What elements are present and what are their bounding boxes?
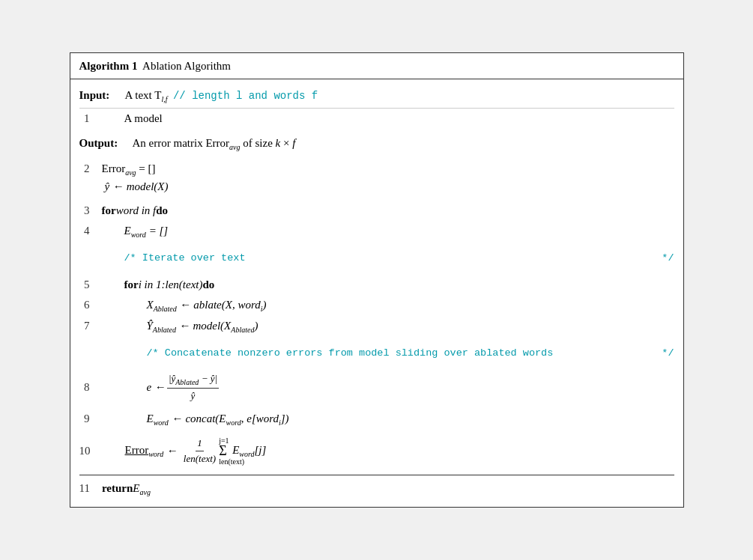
step-10-fraction: 1 len(text) [182, 436, 217, 466]
comment-2-row: /* Concatenate nonzero errors from model… [79, 341, 674, 365]
step-7-content: ŶAblated ← model(XAblated) [102, 317, 674, 335]
output-content: An error matrix Erroravg of size k × f [133, 135, 296, 153]
step-5-content: for i in 1:len(text) do [102, 276, 674, 293]
comment-1-row: /* Iterate over text */ [79, 246, 674, 270]
step-9-content: Eword ← concat(Eword, e[wordi]) [102, 410, 674, 428]
step-8-content: e ← |ŷAblated − ŷ| ŷ [102, 371, 674, 403]
step-10-content: Errorword ← 1 len(text) Σ j=1 len(text) … [103, 436, 674, 466]
comment-1-end: */ [662, 251, 674, 266]
step-4-number: 4 [79, 222, 102, 240]
comment-2-spacer [79, 344, 102, 361]
step-5-row: 5 for i in 1:len(text) do [79, 275, 674, 295]
comment-1-text: /* Iterate over text [124, 251, 246, 266]
step-9-number: 9 [79, 410, 102, 427]
step-6-row: 6 XAblated ← ablate(X, wordi) [79, 295, 674, 316]
step-7-number: 7 [79, 317, 102, 335]
algorithm-title: Algorithm 1 Ablation Algorithm [79, 60, 232, 72]
algorithm-header: Algorithm 1 Ablation Algorithm [70, 53, 683, 80]
input-comment: // length l and words f [173, 90, 318, 102]
step-8-number: 8 [79, 379, 102, 396]
step-10-denom: len(text) [182, 451, 217, 466]
step-10-numer: 1 [196, 436, 204, 451]
step-11-number: 11 [79, 480, 102, 497]
step-2-content: Erroravg = [] ŷ ← model(X) [102, 160, 674, 195]
comment-2-end: */ [662, 346, 674, 361]
output-label: Output: [79, 135, 128, 152]
input-content: A text Tl,f // length l and words f [125, 87, 318, 105]
step-8-numer: |ŷAblated − ŷ| [167, 371, 219, 389]
step-4-content: Eword = [] [102, 222, 674, 240]
step-1-content: A model [102, 110, 674, 127]
step-8-denom: ŷ [190, 389, 197, 404]
step-5-number: 5 [79, 276, 102, 293]
comment-2-text: /* Concatenate nonzero errors from model… [147, 346, 554, 361]
comment-2-content: /* Concatenate nonzero errors from model… [102, 343, 674, 364]
comment-1-content: /* Iterate over text */ [102, 248, 674, 269]
step-11-row: 11 return Eavg [79, 475, 674, 499]
step-6-number: 6 [79, 296, 102, 314]
step-2-number: 2 [79, 160, 102, 177]
step-4-row: 4 Eword = [] [79, 221, 674, 242]
input-label: Input: [79, 87, 121, 104]
step-1-number: 1 [79, 110, 102, 127]
algorithm-container: Algorithm 1 Ablation Algorithm Input: A … [70, 52, 684, 508]
step-6-content: XAblated ← ablate(X, wordi) [102, 296, 674, 314]
step-9-row: 9 Eword ← concat(Eword, e[wordi]) [79, 409, 674, 430]
step-3-row: 3 for word in f do [79, 201, 674, 221]
step-8-row: 8 e ← |ŷAblated − ŷ| ŷ [79, 370, 674, 404]
step-2-row: 2 Erroravg = [] ŷ ← model(X) [79, 159, 674, 197]
step-10-number: 10 [79, 442, 103, 460]
step-3-number: 3 [79, 202, 102, 219]
step-1-row: 1 A model [79, 109, 674, 129]
algorithm-title-rest: Ablation Algorithm [142, 60, 231, 72]
algorithm-body: Input: A text Tl,f // length l and words… [70, 79, 683, 507]
algorithm-title-bold: Algorithm 1 [79, 60, 138, 72]
step-8-fraction: |ŷAblated − ŷ| ŷ [167, 371, 219, 403]
algorithm-steps: 2 Erroravg = [] ŷ ← model(X) 3 for word … [79, 156, 674, 499]
comment-2-line: /* Concatenate nonzero errors from model… [147, 343, 674, 364]
output-line: Output: An error matrix Erroravg of size… [79, 129, 674, 156]
input-line: Input: A text Tl,f // length l and words… [79, 84, 674, 109]
comment-1-spacer [79, 249, 102, 266]
step-3-content: for word in f do [102, 202, 674, 219]
step-10-row: 10 Errorword ← 1 len(text) Σ j=1 len(tex… [79, 434, 674, 467]
step-11-content: return Eavg [102, 480, 674, 498]
comment-1-line: /* Iterate over text */ [124, 248, 674, 269]
step-7-row: 7 ŶAblated ← model(XAblated) [79, 316, 674, 337]
step-2-lines: Erroravg = [] ŷ ← model(X) [102, 160, 169, 195]
